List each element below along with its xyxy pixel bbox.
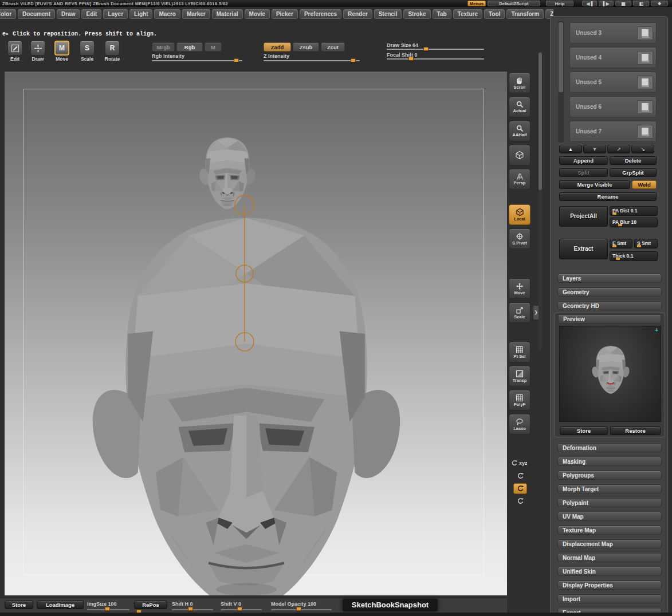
menu-tool[interactable]: Tool: [484, 9, 505, 19]
pa-dist-handle[interactable]: [612, 212, 616, 215]
z-intensity-handle[interactable]: [351, 58, 356, 62]
menu-material[interactable]: Material: [212, 9, 243, 19]
section-import[interactable]: Import: [557, 594, 662, 603]
scroll-button[interactable]: Scroll: [509, 73, 530, 93]
edit-tool-button[interactable]: Edit: [5, 41, 25, 62]
section-polypaint[interactable]: Polypaint: [557, 498, 662, 507]
merge-visible-button[interactable]: Merge Visible: [559, 180, 630, 189]
img-size-handle[interactable]: [105, 607, 110, 611]
append-button[interactable]: Append: [559, 156, 608, 165]
section-polygroups[interactable]: Polygroups: [557, 471, 662, 480]
extract-button[interactable]: Extract: [559, 239, 608, 259]
subtool-item[interactable]: Unused 3: [569, 22, 657, 44]
rgb-intensity-handle[interactable]: [234, 58, 239, 62]
document-name-tab[interactable]: SketchBookSnapshot: [343, 599, 438, 611]
split-button[interactable]: Split: [559, 168, 608, 177]
e-smt-slider[interactable]: E Smt: [610, 239, 632, 248]
section-displacement-map[interactable]: Displacement Map: [557, 539, 662, 548]
mrgb-button[interactable]: Mrgb: [152, 42, 175, 52]
move-tool-button[interactable]: M Move: [52, 41, 72, 62]
shift-h-handle[interactable]: [188, 607, 193, 611]
subtool-movedown-arrow-icon[interactable]: ↘: [631, 145, 654, 153]
lasso-button[interactable]: Lasso: [509, 414, 530, 435]
focal-shift-handle[interactable]: [408, 57, 414, 61]
move-gyro-button[interactable]: Move: [509, 278, 530, 299]
load-image-button[interactable]: LoadImage: [37, 601, 84, 609]
constraint-z-button[interactable]: [513, 496, 527, 507]
subtool-moveup-arrow-icon[interactable]: ↗: [607, 145, 630, 153]
zcut-button[interactable]: Zcut: [321, 42, 345, 52]
constraint-xyz-button[interactable]: xyz: [511, 460, 528, 467]
actual-button[interactable]: Actual: [509, 97, 530, 117]
menu-stroke[interactable]: Stroke: [403, 9, 430, 19]
layout-switch-icon[interactable]: ❖: [651, 1, 668, 6]
delete-button[interactable]: Delete: [610, 156, 657, 165]
menu-stencil[interactable]: Stencil: [374, 9, 402, 19]
draw-size-track[interactable]: [387, 49, 484, 50]
section-layers[interactable]: Layers: [557, 274, 662, 283]
pa-blur-slider[interactable]: PA Blur 10: [610, 218, 658, 227]
draw-size-handle[interactable]: [423, 47, 429, 51]
subtool-thumbnail-icon[interactable]: [637, 51, 653, 65]
weld-button[interactable]: Weld: [632, 180, 657, 189]
preview-viewport[interactable]: +: [559, 326, 661, 422]
local-button[interactable]: Local: [509, 204, 530, 225]
floor-cube-button[interactable]: [509, 145, 530, 165]
menu-document[interactable]: Document: [18, 9, 55, 19]
grpsplit-button[interactable]: GrpSplit: [610, 168, 657, 177]
subtool-scrollbar-thumb[interactable]: [559, 22, 563, 92]
pa-blur-handle[interactable]: [618, 224, 622, 226]
shift-v-handle[interactable]: [237, 607, 242, 611]
menu-tab[interactable]: Tab: [433, 9, 451, 19]
section-normal-map[interactable]: Normal Map: [557, 553, 662, 562]
section-display-properties[interactable]: Display Properties: [557, 581, 662, 590]
s-smt-slider[interactable]: S Smt: [634, 239, 658, 248]
subtool-up-arrow-icon[interactable]: ▲: [559, 145, 582, 153]
layout-grid-icon[interactable]: ▦: [615, 1, 631, 6]
help-button[interactable]: Help: [546, 1, 573, 6]
menu-render[interactable]: Render: [343, 9, 372, 19]
section-unified-skin[interactable]: Unified Skin: [557, 567, 662, 576]
menus-button[interactable]: Menus: [467, 1, 486, 6]
subtool-thumbnail-icon[interactable]: [637, 100, 653, 114]
document-canvas[interactable]: [5, 72, 507, 595]
default-zscript-button[interactable]: DefaultZScript: [488, 1, 540, 6]
subtool-item[interactable]: Unused 7: [569, 121, 657, 142]
subtool-item[interactable]: Unused 5: [569, 72, 657, 93]
menu-transform[interactable]: Transform: [506, 9, 544, 19]
section-deformation[interactable]: Deformation: [557, 443, 662, 452]
model-opacity-track[interactable]: [271, 609, 332, 610]
dock-right-icon[interactable]: ▌▶: [599, 1, 614, 6]
model-opacity-handle[interactable]: [296, 607, 301, 611]
section-morph-target[interactable]: Morph Target: [557, 484, 662, 493]
menu-macro[interactable]: Macro: [154, 9, 180, 19]
draw-tool-button[interactable]: Draw: [27, 41, 48, 62]
menu-movie[interactable]: Movie: [245, 9, 270, 19]
m-button[interactable]: M: [205, 42, 222, 52]
aahalf-button[interactable]: AAHalf: [509, 121, 530, 141]
preview-restore-button[interactable]: Restore: [610, 427, 661, 435]
canvas-scrollbar[interactable]: [539, 52, 542, 350]
transp-button[interactable]: Transp: [509, 366, 530, 386]
rotate-tool-button[interactable]: R Rotate: [102, 41, 123, 62]
subtool-scrollbar[interactable]: [558, 21, 564, 143]
section-preview[interactable]: Preview: [558, 314, 661, 323]
constraint-y-button-active[interactable]: [513, 483, 527, 494]
ptsel-button[interactable]: Pt Sel: [509, 342, 530, 362]
menu-edit[interactable]: Edit: [81, 9, 101, 19]
preview-store-button[interactable]: Store: [560, 427, 608, 435]
rename-button[interactable]: Rename: [559, 192, 657, 201]
s-smt-handle[interactable]: [637, 245, 641, 247]
scale-gyro-button[interactable]: Scale: [509, 302, 530, 323]
projectall-button[interactable]: ProjectAll: [559, 206, 608, 227]
subtool-item[interactable]: Unused 4: [569, 47, 657, 68]
spivot-button[interactable]: S.Pivot: [509, 228, 530, 249]
thick-slider[interactable]: Thick 0.1: [610, 251, 658, 261]
constraint-x-button[interactable]: [513, 471, 527, 481]
scale-tool-button[interactable]: S Scale: [77, 41, 97, 62]
store-button[interactable]: Store: [5, 601, 33, 609]
subtool-thumbnail-icon[interactable]: [637, 26, 653, 40]
menu-marker[interactable]: Marker: [182, 9, 210, 19]
menu-draw[interactable]: Draw: [57, 9, 80, 19]
section-geometry[interactable]: Geometry: [557, 287, 662, 297]
